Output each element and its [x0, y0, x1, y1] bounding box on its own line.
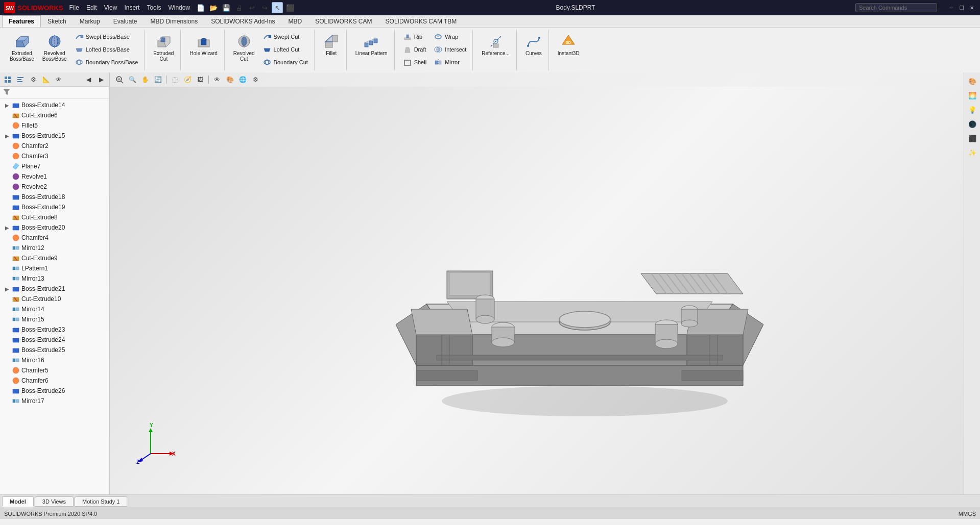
tree-expand-arrow[interactable] [4, 235, 10, 241]
appearance-vp-btn[interactable]: 🎨 [224, 74, 235, 85]
tree-item[interactable]: Plane7 [0, 161, 109, 171]
tree-expand-arrow[interactable] [4, 347, 10, 353]
tree-expand-arrow[interactable]: ▶ [4, 224, 10, 231]
tree-item[interactable]: Mirror17 [0, 396, 109, 406]
viewport[interactable]: 🔍 ✋ 🔄 ⬚ 🧭 🖼 👁 🎨 🌐 ⚙ [110, 72, 964, 494]
view-orient-btn[interactable]: 🧭 [182, 74, 193, 85]
tree-item[interactable]: Cut-Extrude9 [0, 253, 109, 263]
select-btn[interactable]: ↖ [272, 2, 283, 13]
tree-expand-arrow[interactable] [4, 337, 10, 343]
revolved-cut-btn[interactable]: RevolvedCut [230, 31, 258, 64]
tree-item[interactable]: Mirror15 [0, 314, 109, 324]
draft-btn[interactable]: Draft [400, 43, 429, 56]
tree-expand-arrow[interactable] [4, 327, 10, 333]
tab-sketch[interactable]: Sketch [41, 15, 73, 27]
view-settings-btn[interactable]: ⚙ [250, 74, 261, 85]
undo-btn[interactable]: ↩ [246, 2, 257, 13]
tree-item[interactable]: Boss-Extrude26 [0, 386, 109, 396]
tab-features[interactable]: Features [2, 15, 41, 27]
tab-sw-cam[interactable]: SOLIDWORKS CAM [308, 15, 378, 27]
tree-expand-arrow[interactable] [4, 316, 10, 322]
save-btn[interactable]: 💾 [221, 2, 232, 13]
rotate-btn[interactable]: 🔄 [152, 74, 163, 85]
tree-item[interactable]: ▶Boss-Extrude14 [0, 100, 109, 110]
tree-item[interactable]: Revolve1 [0, 171, 109, 182]
minimize-btn[interactable]: ─ [947, 4, 955, 12]
tree-item[interactable]: Mirror16 [0, 355, 109, 365]
boundary-boss-base-btn[interactable]: Boundary Boss/Base [71, 56, 141, 68]
restore-btn[interactable]: ❐ [958, 4, 966, 12]
tree-expand-arrow[interactable] [4, 357, 10, 363]
tree-item[interactable]: Boss-Extrude18 [0, 192, 109, 202]
tree-expand-arrow[interactable] [4, 214, 10, 220]
tree-expand-arrow[interactable] [4, 276, 10, 282]
tree-expand-arrow[interactable]: ▶ [4, 133, 10, 139]
tab-model[interactable]: Model [2, 496, 34, 507]
tree-expand-arrow[interactable]: ▶ [4, 102, 10, 108]
tree-expand-arrow[interactable] [4, 184, 10, 190]
tree-item[interactable]: LPattern1 [0, 263, 109, 273]
menu-file[interactable]: File [69, 4, 79, 11]
intersect-btn[interactable]: Intersect [431, 43, 469, 56]
appearance-rp-btn[interactable]: 🎨 [966, 74, 979, 88]
swept-boss-base-btn[interactable]: Swept Boss/Base [71, 31, 141, 43]
tree-item[interactable]: Cut-Extrude8 [0, 212, 109, 222]
tree-item[interactable]: Revolve2 [0, 182, 109, 192]
tree-expand-arrow[interactable] [4, 265, 10, 271]
hide-show-btn[interactable]: 👁 [211, 74, 223, 85]
extruded-boss-base-btn[interactable]: ExtrudedBoss/Base [6, 31, 38, 64]
tree-item[interactable]: Cut-Extrude10 [0, 294, 109, 304]
menu-edit[interactable]: Edit [86, 4, 97, 11]
tree-expand-arrow[interactable] [4, 296, 10, 302]
tree-expand-arrow[interactable] [4, 163, 10, 169]
shadows-rp-btn[interactable]: 🌑 [966, 117, 979, 131]
lofted-boss-base-btn[interactable]: Lofted Boss/Base [71, 43, 141, 56]
tree-item[interactable]: ▶Boss-Extrude21 [0, 284, 109, 294]
property-manager-btn[interactable] [15, 74, 26, 85]
linear-pattern-btn[interactable]: Linear Pattern [352, 31, 391, 59]
tree-expand-arrow[interactable] [4, 378, 10, 384]
search-input[interactable] [855, 3, 937, 12]
ao-rp-btn[interactable]: ⬛ [966, 132, 979, 145]
tab-markup[interactable]: Markup [73, 15, 107, 27]
menu-window[interactable]: Window [168, 4, 190, 11]
redo-btn[interactable]: ↪ [259, 2, 270, 13]
tree-expand-arrow[interactable] [4, 112, 10, 118]
mirror-btn[interactable]: Mirror [431, 56, 469, 68]
tree-expand-arrow[interactable] [4, 388, 10, 394]
dim-xpert-btn[interactable]: 📐 [40, 74, 52, 85]
tree-item[interactable]: ▶Boss-Extrude15 [0, 131, 109, 141]
feature-manager-btn[interactable] [2, 74, 13, 85]
tree-expand-arrow[interactable] [4, 367, 10, 373]
tree-item[interactable]: Chamfer4 [0, 233, 109, 243]
curves-btn[interactable]: Curves [522, 31, 545, 59]
print-btn[interactable]: 🖨 [233, 2, 245, 13]
revolved-boss-base-btn[interactable]: RevolvedBoss/Base [39, 31, 70, 64]
tree-item[interactable]: ▶Boss-Extrude20 [0, 222, 109, 233]
reflections-rp-btn[interactable]: ✨ [966, 146, 979, 159]
config-manager-btn[interactable]: ⚙ [28, 74, 39, 85]
tree-expand-arrow[interactable] [4, 306, 10, 312]
scene-rp-btn[interactable]: 🌅 [966, 89, 979, 102]
tree-expand-arrow[interactable]: ▶ [4, 286, 10, 292]
tree-expand-arrow[interactable] [4, 143, 10, 149]
menu-tools[interactable]: Tools [147, 4, 161, 11]
feature-tree[interactable]: ▶Boss-Extrude14Cut-Extrude6Fillet5▶Boss-… [0, 99, 109, 494]
zoom-fit-btn[interactable] [114, 74, 125, 85]
tree-item[interactable]: Chamfer6 [0, 376, 109, 386]
tree-expand-arrow[interactable] [4, 398, 10, 404]
rib-btn[interactable]: Rib [400, 31, 429, 43]
wrap-btn[interactable]: W Wrap [431, 31, 469, 43]
tree-item[interactable]: Mirror14 [0, 304, 109, 314]
tree-item[interactable]: Chamfer5 [0, 365, 109, 376]
menu-view[interactable]: View [104, 4, 117, 11]
extruded-cut-btn[interactable]: ExtrudedCut [150, 31, 177, 64]
tab-mbd-dimensions[interactable]: MBD Dimensions [144, 15, 204, 27]
tree-item[interactable]: Mirror13 [0, 273, 109, 284]
tree-item[interactable]: Fillet5 [0, 120, 109, 131]
lofted-cut-btn[interactable]: Lofted Cut [259, 43, 311, 56]
close-btn[interactable]: ✕ [968, 4, 976, 12]
tab-evaluate[interactable]: Evaluate [107, 15, 144, 27]
tab-motion-study-1[interactable]: Motion Study 1 [75, 496, 127, 507]
tree-item[interactable]: Cut-Extrude6 [0, 110, 109, 120]
